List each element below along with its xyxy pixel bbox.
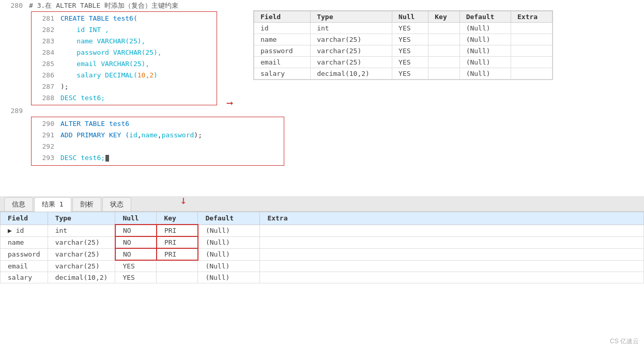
- heading-text: # 3.在 ALTER TABLE 时添加（复合）主键约束: [29, 0, 178, 11]
- arrow-down-icon: ↓: [180, 194, 187, 206]
- top-result-table: Field Type Null Key Default Extra id int…: [253, 10, 553, 80]
- col-header-default-top: Default: [459, 11, 511, 23]
- bottom-result-table: Field Type Null Key Default Extra ▶ id i…: [0, 212, 644, 283]
- table-row: salary decimal(10,2) YES (Null): [1, 272, 644, 283]
- heading-line: 280 # 3.在 ALTER TABLE 时添加（复合）主键约束: [0, 0, 644, 11]
- code-line-292: 292: [32, 141, 284, 152]
- ln-286: 286: [36, 70, 54, 81]
- ln-285: 285: [36, 58, 54, 70]
- line-num-280: 280: [4, 0, 23, 11]
- row-indicator: ▶: [8, 227, 16, 234]
- ln-289: 289: [4, 105, 23, 117]
- ln-292: 292: [36, 141, 54, 152]
- col-header-extra-top: Extra: [511, 11, 553, 23]
- code-line-287: 287 );: [32, 81, 217, 92]
- col-header-null-top: Null: [392, 11, 428, 23]
- col-header-type-bottom: Type: [48, 212, 115, 225]
- ln-282: 282: [36, 24, 54, 36]
- code-line-290: 290 ALTER TABLE test6: [32, 118, 284, 130]
- code-line-293: 293 DESC test6;: [32, 152, 284, 164]
- code-285: email VARCHAR(25),: [60, 58, 217, 70]
- col-header-null-bottom: Null: [115, 212, 157, 225]
- tab-result1[interactable]: 结果 1: [34, 197, 71, 212]
- table-row: password varchar(25) NO PRI (Null): [1, 248, 644, 260]
- col-header-type-top: Type: [311, 11, 392, 23]
- code-line-288: 288 DESC test6;: [32, 92, 217, 104]
- table-row: id int YES (Null): [254, 23, 553, 34]
- col-header-key-top: Key: [428, 11, 459, 23]
- code-line-289: 289: [0, 105, 644, 117]
- ln-291: 291: [36, 130, 54, 141]
- top-code-section: 280 # 3.在 ALTER TABLE 时添加（复合）主键约束 281 CR…: [0, 0, 644, 196]
- bottom-result-section: 信息 结果 1 剖析 状态 Field Type Null Key Defaul…: [0, 196, 644, 350]
- ln-284: 284: [36, 47, 54, 58]
- code-line-285: 285 email VARCHAR(25),: [32, 58, 217, 70]
- code-293: DESC test6;: [60, 152, 284, 164]
- ln-287: 287: [36, 81, 54, 92]
- table-row: email varchar(25) YES (Null): [1, 260, 644, 272]
- col-header-field-bottom: Field: [1, 212, 48, 225]
- table-row: ▶ id int NO PRI (Null): [1, 225, 644, 236]
- code-286: salary DECIMAL(10,2): [60, 70, 217, 81]
- table-row: salary decimal(10,2) YES (Null): [254, 68, 553, 79]
- code-290: ALTER TABLE test6: [60, 118, 284, 130]
- col-header-default-bottom: Default: [198, 212, 260, 225]
- code-288: DESC test6;: [60, 92, 217, 104]
- tab-status[interactable]: 状态: [102, 197, 131, 211]
- code-281: CREATE TABLE test6(: [60, 13, 217, 24]
- ln-293: 293: [36, 152, 54, 164]
- tab-info[interactable]: 信息: [4, 197, 33, 211]
- code-291: ADD PRIMARY KEY (id,name,password);: [60, 130, 284, 141]
- ln-283: 283: [36, 36, 54, 47]
- code-287: );: [60, 81, 217, 92]
- tabs-bar: 信息 结果 1 剖析 状态: [0, 196, 644, 212]
- ln-288: 288: [36, 92, 54, 104]
- code-block-1: 281 CREATE TABLE test6( 282 id INT , 283…: [31, 11, 217, 105]
- arrow-right-icon: ➞: [226, 97, 233, 110]
- code-line-282: 282 id INT ,: [32, 24, 217, 36]
- code-282: id INT ,: [60, 24, 217, 36]
- tab-analyze[interactable]: 剖析: [72, 197, 101, 211]
- col-header-extra-bottom: Extra: [260, 212, 644, 225]
- code-283: name VARCHAR(25),: [60, 36, 217, 47]
- table-row: name varchar(25) NO PRI (Null): [1, 236, 644, 248]
- ln-281: 281: [36, 13, 54, 24]
- code-block-2: 290 ALTER TABLE test6 291 ADD PRIMARY KE…: [31, 117, 284, 166]
- code-line-286: 286 salary DECIMAL(10,2): [32, 70, 217, 81]
- col-header-field-top: Field: [254, 11, 311, 23]
- table-row: email varchar(25) YES (Null): [254, 57, 553, 68]
- table-row: name varchar(25) YES (Null): [254, 34, 553, 45]
- code-284: password VARCHAR(25),: [60, 47, 217, 58]
- code-line-284: 284 password VARCHAR(25),: [32, 47, 217, 58]
- ln-290: 290: [36, 118, 54, 130]
- watermark: CS 亿速云: [610, 337, 639, 346]
- code-line-281: 281 CREATE TABLE test6(: [32, 13, 217, 24]
- code-line-291: 291 ADD PRIMARY KEY (id,name,password);: [32, 130, 284, 141]
- table-row: password varchar(25) YES (Null): [254, 45, 553, 57]
- code-line-283: 283 name VARCHAR(25),: [32, 36, 217, 47]
- col-header-key-bottom: Key: [157, 212, 198, 225]
